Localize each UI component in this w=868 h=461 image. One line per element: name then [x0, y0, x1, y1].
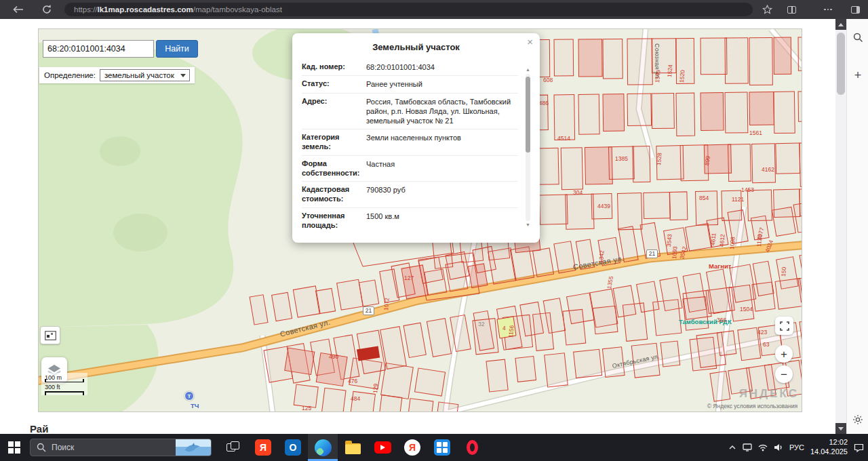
cadastre-number-input[interactable]: [43, 40, 154, 58]
popup-title: Земельный участок: [292, 33, 540, 59]
url-scheme: https://: [74, 5, 98, 14]
train-depot-icon[interactable]: Т: [184, 391, 194, 401]
zoom-out-button[interactable]: −: [775, 365, 793, 383]
popup-row-value: Ранее учтенный: [366, 79, 518, 89]
popup-row-label: Статус:: [302, 79, 366, 89]
scrollbar-thumb[interactable]: [526, 77, 530, 153]
url-domain: lk1map.roscadastres.com: [98, 5, 193, 14]
wifi-icon[interactable]: [758, 443, 768, 452]
popup-row-label: Адрес:: [302, 97, 366, 126]
clock[interactable]: 12:02 14.04.2025: [810, 438, 848, 457]
popup-row-label: Уточненная площадь:: [302, 212, 366, 230]
youtube-icon[interactable]: [368, 434, 397, 461]
scale-imperial: 300 ft: [45, 384, 84, 390]
clipped-section-heading: Рай: [30, 423, 48, 434]
popup-row-label: Форма собственности:: [302, 159, 366, 178]
search-icon: [37, 443, 46, 452]
cadastre-search-panel: Найти: [43, 40, 198, 58]
hidden-icons-chevron-icon[interactable]: [728, 445, 736, 450]
page-content: Советская ул.Советская ул.Октябрьская ул…: [0, 19, 835, 434]
popup-row-label: Кадастровая стоимость:: [302, 185, 366, 204]
definition-panel: Определение: земельный участок: [39, 67, 195, 83]
refresh-icon[interactable]: [41, 4, 53, 15]
close-icon[interactable]: ×: [527, 37, 533, 47]
scale-line-metric: [45, 382, 84, 383]
action-center-icon[interactable]: [854, 443, 864, 452]
popup-row: Категория земель:Земли населенных пункто…: [302, 129, 518, 155]
page-scrollbar[interactable]: [835, 19, 846, 434]
popup-row: Адрес:Россия, Тамбовская область, Тамбов…: [302, 93, 518, 129]
yandex-app-icon[interactable]: Я: [397, 434, 427, 461]
task-view-icon[interactable]: [218, 434, 248, 461]
split-screen-icon[interactable]: [785, 4, 797, 15]
file-explorer-icon[interactable]: [338, 434, 368, 461]
scrollbar-thumb[interactable]: [837, 33, 845, 95]
sidebar-add-icon[interactable]: +: [847, 65, 868, 85]
scroll-up-icon[interactable]: ▲: [525, 67, 531, 73]
back-icon[interactable]: [12, 4, 24, 15]
popup-scrollbar[interactable]: ▲ ▼: [525, 67, 531, 228]
favorites-star-icon[interactable]: [761, 4, 773, 15]
popup-row-value: 1500 кв.м: [366, 212, 518, 230]
popup-row: Кад. номер:68:20:0101001:4034: [302, 59, 518, 75]
parcel-info-popup: Земельный участок × Кад. номер:68:20:010…: [292, 33, 540, 243]
popup-row: Статус:Ранее учтенный: [302, 75, 518, 92]
taskbar-search-box[interactable]: Поиск: [30, 439, 212, 456]
yandex-watermark: ЯНДЕКС: [739, 387, 799, 401]
popup-row-value: 790830 руб: [366, 185, 518, 204]
edge-icon[interactable]: [308, 434, 338, 461]
language-indicator[interactable]: РУС: [789, 443, 804, 452]
map-attribution[interactable]: © Яндекс условия использования: [707, 403, 797, 409]
popup-row-value: Частная: [366, 159, 518, 178]
definition-label: Определение:: [44, 71, 96, 79]
find-button[interactable]: Найти: [156, 40, 198, 58]
sidebar-settings-gear-icon[interactable]: [847, 409, 868, 430]
system-tray: РУС 12:02 14.04.2025: [728, 434, 864, 461]
scroll-down-icon[interactable]: ▼: [525, 222, 531, 228]
fullscreen-button[interactable]: [775, 317, 793, 335]
search-placeholder: Поиск: [52, 443, 74, 452]
yandex-browser-icon[interactable]: Я: [248, 434, 278, 461]
scale-line-imperial: [45, 391, 84, 393]
chevron-down-icon: [180, 74, 186, 77]
scroll-down-icon[interactable]: [835, 423, 846, 434]
popup-row: Кадастровая стоимость:790830 руб: [302, 181, 518, 207]
taskbar-apps: Я O Я: [218, 434, 487, 461]
popup-row-label: Категория земель:: [302, 133, 366, 152]
display-icon[interactable]: [743, 443, 752, 452]
popup-row: Форма собственности:Частная: [302, 155, 518, 182]
outlook-icon[interactable]: O: [278, 434, 308, 461]
minimap-toggle-button[interactable]: [40, 326, 60, 344]
clock-time: 12:02: [810, 438, 848, 447]
settings-menu-icon[interactable]: [822, 4, 834, 15]
search-highlight-image[interactable]: [176, 439, 211, 456]
windows-taskbar: Поиск Я O Я РУС 12:: [0, 434, 868, 461]
volume-icon[interactable]: [774, 443, 783, 452]
zoom-in-button[interactable]: +: [775, 345, 793, 363]
dolphin-icon: [182, 441, 205, 454]
address-bar[interactable]: https://lk1map.roscadastres.com/map/tamb…: [64, 3, 753, 16]
definition-select[interactable]: земельный участок: [100, 69, 190, 81]
scale-bar: 100 m 300 ft: [41, 373, 87, 395]
popup-row-value: Земли населенных пунктов: [366, 133, 518, 152]
browser-toolbar: https://lk1map.roscadastres.com/map/tamb…: [0, 0, 868, 19]
popup-row-label: Кад. номер:: [302, 62, 366, 72]
opera-icon[interactable]: [457, 434, 487, 461]
sidebar-toggle-icon[interactable]: [849, 4, 861, 15]
start-button-icon[interactable]: [8, 441, 20, 454]
clock-date: 14.04.2025: [810, 447, 848, 457]
url-path: /map/tambovskaya-oblast: [193, 5, 282, 14]
popup-rows: Кад. номер:68:20:0101001:4034Статус:Ране…: [302, 59, 518, 233]
popup-row-value: Россия, Тамбовская область, Тамбовский р…: [366, 97, 518, 126]
cadastral-map[interactable]: Советская ул.Советская ул.Октябрьская ул…: [38, 28, 802, 412]
definition-selected-value: земельный участок: [104, 71, 174, 79]
popup-row-value: 68:20:0101001:4034: [366, 62, 518, 72]
scale-metric: 100 m: [45, 374, 84, 381]
scroll-up-icon[interactable]: [835, 19, 846, 30]
browser-sidebar: +: [846, 19, 868, 434]
sidebar-search-icon[interactable]: [847, 27, 868, 47]
popup-row: Уточненная площадь:1500 кв.м: [302, 207, 518, 234]
blue-grid-app-icon[interactable]: [427, 434, 457, 461]
